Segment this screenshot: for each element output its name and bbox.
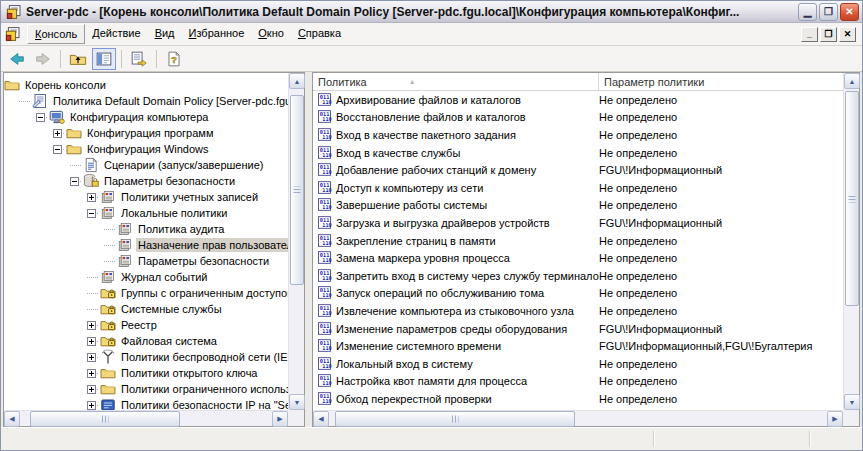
- forward-button[interactable]: [31, 48, 55, 70]
- scroll-down-icon[interactable]: ▼: [844, 394, 860, 410]
- tree-item[interactable]: Назначение прав пользователя: [4, 237, 288, 253]
- console-tree: Корень консолиПолитика Default Domain Po…: [4, 73, 288, 410]
- menu-item-1[interactable]: Консоль: [27, 24, 85, 44]
- up-one-level-button[interactable]: [66, 48, 90, 70]
- policy-row[interactable]: 011110Изменение системного времениFGU\!И…: [313, 337, 843, 355]
- tree-item[interactable]: Политика аудита: [4, 221, 288, 237]
- tree-item[interactable]: Файловая система: [4, 333, 288, 349]
- tree-item[interactable]: Политики учетных записей: [4, 189, 288, 205]
- tree-item[interactable]: Журнал событий: [4, 269, 288, 285]
- tree-item[interactable]: Политики ограниченного использов: [4, 381, 288, 397]
- list-vertical-scrollbar[interactable]: ▲ ▼: [843, 73, 859, 410]
- tree-item[interactable]: Конфигурация компьютера: [4, 109, 288, 125]
- tree-item[interactable]: Локальные политики: [4, 205, 288, 221]
- policy-row[interactable]: 011110Изменение параметров среды оборудо…: [313, 320, 843, 338]
- list-horizontal-scrollbar[interactable]: ◀ ▶: [313, 410, 843, 426]
- tree-vscroll-thumb[interactable]: [290, 95, 304, 285]
- tree-vertical-scrollbar[interactable]: ▲ ▼: [288, 73, 304, 410]
- tree-hscroll-thumb[interactable]: [30, 411, 180, 427]
- policy-name: Настройка квот памяти для процесса: [336, 375, 527, 387]
- policy-row[interactable]: 011110Закрепление страниц в памятиНе опр…: [313, 232, 843, 250]
- policy-row[interactable]: 011110Настройка квот памяти для процесса…: [313, 373, 843, 391]
- mdi-minimize-button[interactable]: _: [801, 27, 818, 42]
- policy-row[interactable]: 011110Запретить вход в систему через слу…: [313, 267, 843, 285]
- expand-icon[interactable]: [87, 369, 96, 378]
- maximize-button[interactable]: ❐: [819, 3, 838, 21]
- tree-item[interactable]: Параметры безопасности: [4, 173, 288, 189]
- policy-row[interactable]: 011110Извлечение компьютера из стыковочн…: [313, 302, 843, 320]
- expand-icon[interactable]: [87, 353, 96, 362]
- policy-row[interactable]: 011110Замена маркера уровня процессаНе о…: [313, 249, 843, 267]
- computer-icon: [49, 109, 65, 125]
- tree-item[interactable]: Политики беспроводной сети (IEEE 8: [4, 349, 288, 365]
- tree-item[interactable]: Политики открытого ключа: [4, 365, 288, 381]
- tree-item-label: Системные службы: [119, 302, 224, 316]
- tree-item[interactable]: Корень консоли: [4, 77, 288, 93]
- mdi-window-controls: _ ❐ ✕: [801, 27, 860, 42]
- policy-row[interactable]: 011110Доступ к компьютеру из сетиНе опре…: [313, 179, 843, 197]
- mdi-restore-button[interactable]: ❐: [820, 27, 837, 42]
- policy-row[interactable]: 011110Локальный вход в системуНе определ…: [313, 355, 843, 373]
- scroll-left-icon[interactable]: ◀: [4, 411, 20, 427]
- tree-item-label: Политики беспроводной сети (IEEE 8: [119, 350, 288, 364]
- help-button[interactable]: ?: [162, 48, 186, 70]
- expand-icon[interactable]: [87, 385, 96, 394]
- scroll-right-icon[interactable]: ▶: [272, 411, 288, 427]
- tree-horizontal-scrollbar[interactable]: ◀ ▶: [4, 410, 288, 426]
- expand-icon[interactable]: [87, 321, 96, 330]
- scroll-right-icon[interactable]: ▶: [827, 411, 843, 427]
- tree-item[interactable]: Конфигурация программ: [4, 125, 288, 141]
- collapse-icon[interactable]: [70, 177, 79, 186]
- tree-item[interactable]: Системные службы: [4, 301, 288, 317]
- close-button[interactable]: ✕: [840, 3, 859, 21]
- scrollbar-corner: [288, 410, 304, 426]
- menu-item-5[interactable]: Окно: [251, 24, 291, 44]
- title-bar[interactable]: Server-pdc - [Корень консоли\Политика De…: [1, 1, 862, 23]
- back-arrow-icon: [8, 50, 26, 68]
- policy-name: Обход перекрестной проверки: [336, 393, 492, 405]
- minimize-button[interactable]: ▁: [798, 3, 817, 21]
- export-list-button[interactable]: [127, 48, 151, 70]
- mdi-close-button[interactable]: ✕: [839, 27, 856, 42]
- collapse-icon[interactable]: [53, 145, 62, 154]
- expand-icon[interactable]: [87, 193, 96, 202]
- tree-item[interactable]: Политики безопасности IP на "Serv: [4, 397, 288, 410]
- policy-row[interactable]: 011110Обход перекрестной проверкиНе опре…: [313, 390, 843, 408]
- tree-item[interactable]: Конфигурация Windows: [4, 141, 288, 157]
- list-vscroll-thumb[interactable]: [845, 91, 859, 306]
- menu-item-4[interactable]: Избранное: [182, 24, 252, 44]
- column-header-policy[interactable]: Политика ▲: [313, 73, 599, 90]
- policy-setting-cell: Не определено: [599, 252, 843, 264]
- policy-row[interactable]: 011110Добавление рабочих станций к домен…: [313, 161, 843, 179]
- policy-row[interactable]: 011110Запуск операций по обслуживанию то…: [313, 285, 843, 303]
- collapse-icon[interactable]: [36, 113, 45, 122]
- tree-item[interactable]: Политика Default Domain Policy [Server-p…: [4, 93, 288, 109]
- show-console-tree-button[interactable]: [92, 48, 116, 70]
- menu-item-6[interactable]: Справка: [291, 24, 348, 44]
- scroll-up-icon[interactable]: ▲: [844, 73, 860, 89]
- tree-item[interactable]: Группы с ограниченным доступом: [4, 285, 288, 301]
- menu-item-3[interactable]: Вид: [148, 24, 182, 44]
- scroll-up-icon[interactable]: ▲: [289, 73, 305, 89]
- collapse-icon[interactable]: [87, 209, 96, 218]
- policy-row[interactable]: 011110Завершение работы системыНе опреде…: [313, 197, 843, 215]
- policy-name: Замена маркера уровня процесса: [336, 252, 510, 264]
- column-header-setting[interactable]: Параметр политики: [599, 73, 843, 90]
- expand-icon[interactable]: [87, 401, 96, 410]
- policy-row[interactable]: 011110Вход в качестве службыНе определен…: [313, 144, 843, 162]
- tree-item[interactable]: Параметры безопасности: [4, 253, 288, 269]
- policy-row[interactable]: 011110Вход в качестве пакетного заданияН…: [313, 126, 843, 144]
- scroll-left-icon[interactable]: ◀: [313, 411, 329, 427]
- policy-row[interactable]: 011110Восстановление файлов и каталоговН…: [313, 109, 843, 127]
- policy-row[interactable]: 011110Загрузка и выгрузка драйверов устр…: [313, 214, 843, 232]
- expand-icon[interactable]: [87, 337, 96, 346]
- menu-item-2[interactable]: Действие: [85, 24, 147, 44]
- panel-splitter[interactable]: [305, 72, 312, 427]
- back-button[interactable]: [5, 48, 29, 70]
- tree-item[interactable]: Сценарии (запуск/завершение): [4, 157, 288, 173]
- scroll-down-icon[interactable]: ▼: [289, 394, 305, 410]
- expand-icon[interactable]: [53, 129, 62, 138]
- list-hscroll-thumb[interactable]: [335, 411, 575, 427]
- policy-row[interactable]: 011110Архивирование файлов и каталоговНе…: [313, 91, 843, 109]
- tree-item[interactable]: Реестр: [4, 317, 288, 333]
